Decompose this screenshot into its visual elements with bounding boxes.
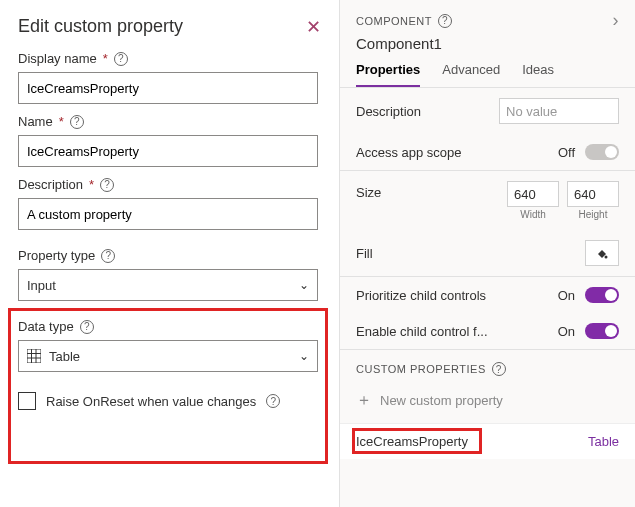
tab-properties[interactable]: Properties — [356, 62, 420, 87]
enable-child-label: Enable child control f... — [356, 324, 488, 339]
panel-title: Edit custom property — [18, 16, 321, 37]
help-icon[interactable]: ? — [100, 178, 114, 192]
size-label: Size — [356, 181, 381, 200]
help-icon[interactable]: ? — [80, 320, 94, 334]
table-icon — [27, 349, 41, 363]
component-name: Component1 — [340, 35, 635, 56]
component-header: COMPONENT — [356, 15, 432, 27]
custom-property-name: IceCreamsProperty — [356, 434, 468, 449]
description-input[interactable] — [18, 198, 318, 230]
chevron-down-icon: ⌄ — [299, 349, 309, 363]
name-input[interactable] — [18, 135, 318, 167]
access-scope-toggle[interactable] — [585, 144, 619, 160]
tab-ideas[interactable]: Ideas — [522, 62, 554, 87]
help-icon[interactable]: ? — [101, 249, 115, 263]
data-type-label: Data type ? — [18, 319, 321, 334]
display-name-label: Display name* ? — [18, 51, 321, 66]
description-label: Description* ? — [18, 177, 321, 192]
property-type-select[interactable]: Input ⌄ — [18, 269, 318, 301]
plus-icon: ＋ — [356, 390, 372, 411]
chevron-right-icon[interactable]: › — [613, 10, 620, 31]
property-type-label: Property type ? — [18, 248, 321, 263]
raise-onreset-checkbox[interactable] — [18, 392, 36, 410]
height-input[interactable]: 640 — [567, 181, 619, 207]
tabs: Properties Advanced Ideas — [340, 56, 635, 87]
fill-label: Fill — [356, 246, 373, 261]
svg-point-5 — [605, 256, 608, 259]
access-scope-label: Access app scope — [356, 145, 462, 160]
tab-advanced[interactable]: Advanced — [442, 62, 500, 87]
chevron-down-icon: ⌄ — [299, 278, 309, 292]
new-custom-property-button[interactable]: ＋ New custom property — [340, 384, 635, 423]
help-icon[interactable]: ? — [266, 394, 280, 408]
prioritize-label: Prioritize child controls — [356, 288, 486, 303]
enable-child-toggle[interactable] — [585, 323, 619, 339]
component-panel: COMPONENT ? › Component1 Properties Adva… — [340, 0, 635, 507]
custom-properties-header: CUSTOM PROPERTIES ? — [340, 350, 635, 384]
description-prop-input[interactable]: No value — [499, 98, 619, 124]
help-icon[interactable]: ? — [438, 14, 452, 28]
help-icon[interactable]: ? — [114, 52, 128, 66]
help-icon[interactable]: ? — [70, 115, 84, 129]
edit-property-panel: Edit custom property ✕ Display name* ? N… — [0, 0, 340, 507]
width-input[interactable]: 640 — [507, 181, 559, 207]
prioritize-toggle[interactable] — [585, 287, 619, 303]
data-type-select[interactable]: Table ⌄ — [18, 340, 318, 372]
help-icon[interactable]: ? — [492, 362, 506, 376]
close-icon[interactable]: ✕ — [306, 16, 321, 38]
fill-picker[interactable] — [585, 240, 619, 266]
display-name-input[interactable] — [18, 72, 318, 104]
name-label: Name* ? — [18, 114, 321, 129]
custom-property-type: Table — [588, 434, 619, 449]
custom-property-row[interactable]: IceCreamsProperty Table — [340, 423, 635, 459]
description-prop-label: Description — [356, 104, 421, 119]
raise-onreset-row: Raise OnReset when value changes ? — [18, 392, 321, 410]
svg-rect-0 — [27, 349, 41, 363]
